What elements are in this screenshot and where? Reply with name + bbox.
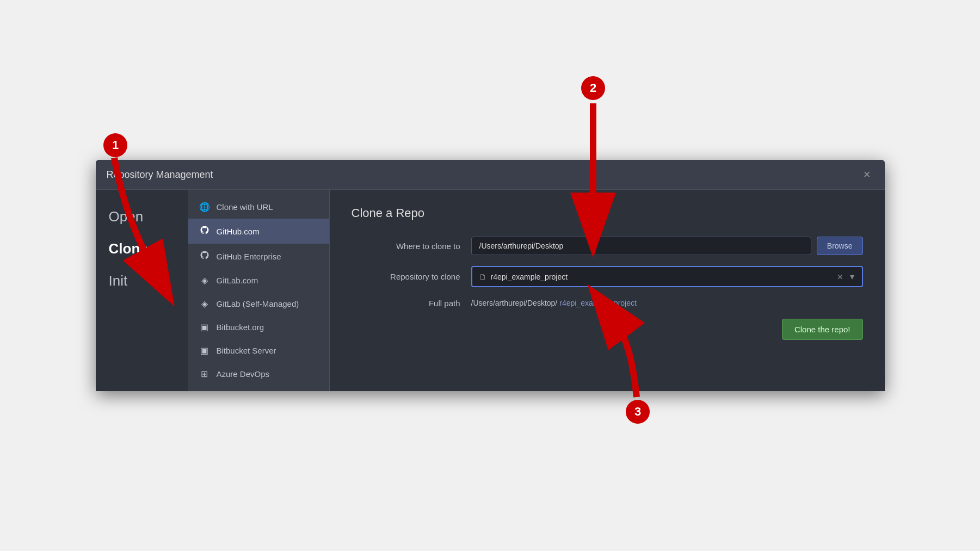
repository-to-clone-row: Repository to clone 🗋 ✕ ▾ bbox=[352, 266, 863, 287]
full-path-label: Full path bbox=[352, 299, 460, 308]
sub-nav-label: GitLab (Self-Managed) bbox=[217, 299, 299, 308]
repository-input-wrap[interactable]: 🗋 ✕ ▾ bbox=[471, 266, 863, 287]
sub-nav-label: GitLab.com bbox=[217, 276, 258, 285]
close-button[interactable]: × bbox=[860, 168, 874, 182]
sub-nav-label: Clone with URL bbox=[217, 202, 273, 212]
sub-nav-github-enterprise[interactable]: GitHub Enterprise bbox=[188, 244, 329, 269]
full-path-suffix: r4epi_example_project bbox=[559, 299, 637, 307]
sub-navigation: 🌐 Clone with URL GitHub.com bbox=[188, 190, 330, 391]
repository-to-clone-label: Repository to clone bbox=[352, 272, 460, 281]
main-content-area: Clone a Repo Where to clone to Browse Re… bbox=[330, 190, 885, 391]
where-to-clone-row: Where to clone to Browse bbox=[352, 237, 863, 255]
clone-repo-button[interactable]: Clone the repo! bbox=[782, 319, 863, 340]
sub-nav-gitlab-self[interactable]: ◈ GitLab (Self-Managed) bbox=[188, 292, 329, 315]
annotation-badge-2: 2 bbox=[581, 76, 605, 100]
annotation-badge-1: 1 bbox=[103, 133, 127, 157]
browse-button[interactable]: Browse bbox=[817, 237, 863, 255]
main-navigation: Open Clone Init bbox=[96, 190, 188, 391]
sub-nav-gitlab[interactable]: ◈ GitLab.com bbox=[188, 269, 329, 292]
sub-nav-github[interactable]: GitHub.com bbox=[188, 219, 329, 244]
sub-nav-bitbucket-org[interactable]: ▣ Bitbucket.org bbox=[188, 315, 329, 339]
sub-nav-label: GitHub.com bbox=[217, 227, 260, 236]
gitlab-self-icon: ◈ bbox=[199, 299, 210, 309]
globe-icon: 🌐 bbox=[199, 202, 210, 212]
where-to-clone-controls: Browse bbox=[471, 237, 863, 255]
annotation-badge-3: 3 bbox=[626, 400, 650, 424]
sub-nav-clone-url[interactable]: 🌐 Clone with URL bbox=[188, 195, 329, 219]
github-enterprise-icon bbox=[199, 250, 210, 262]
dialog-header: Repository Management × bbox=[96, 160, 885, 190]
bitbucket-org-icon: ▣ bbox=[199, 322, 210, 332]
dialog-body: Open Clone Init 🌐 Clone with URL bbox=[96, 190, 885, 391]
sub-nav-label: GitHub Enterprise bbox=[217, 252, 281, 261]
repository-input[interactable] bbox=[491, 273, 831, 281]
where-to-clone-label: Where to clone to bbox=[352, 242, 460, 251]
repo-doc-icon: 🗋 bbox=[479, 273, 486, 281]
gitlab-icon: ◈ bbox=[199, 275, 210, 286]
sub-nav-label: Azure DevOps bbox=[217, 369, 270, 379]
bitbucket-server-icon: ▣ bbox=[199, 345, 210, 356]
repo-dropdown-button[interactable]: ▾ bbox=[849, 270, 855, 283]
full-path-row: Full path /Users/arthurepi/Desktop/r4epi… bbox=[352, 298, 863, 308]
full-path-base: /Users/arthurepi/Desktop/ bbox=[471, 299, 558, 307]
repository-management-dialog: Repository Management × Open Clone Init bbox=[96, 160, 885, 391]
nav-item-clone[interactable]: Clone bbox=[96, 233, 188, 265]
sub-nav-azure-devops[interactable]: ⊞ Azure DevOps bbox=[188, 362, 329, 386]
repo-clear-button[interactable]: ✕ bbox=[836, 271, 845, 282]
dialog-title: Repository Management bbox=[107, 169, 213, 181]
github-icon bbox=[199, 225, 210, 237]
sub-nav-label: Bitbucket Server bbox=[217, 346, 276, 355]
nav-item-open[interactable]: Open bbox=[96, 201, 188, 233]
clone-button-row: Clone the repo! bbox=[352, 319, 863, 340]
sub-nav-bitbucket-server[interactable]: ▣ Bitbucket Server bbox=[188, 339, 329, 362]
nav-item-init[interactable]: Init bbox=[96, 265, 188, 297]
sub-nav-label: Bitbucket.org bbox=[217, 323, 264, 332]
content-title: Clone a Repo bbox=[352, 206, 863, 220]
azure-devops-icon: ⊞ bbox=[199, 369, 210, 379]
where-to-clone-input[interactable] bbox=[471, 237, 811, 255]
full-path-container: /Users/arthurepi/Desktop/r4epi_example_p… bbox=[471, 298, 637, 308]
